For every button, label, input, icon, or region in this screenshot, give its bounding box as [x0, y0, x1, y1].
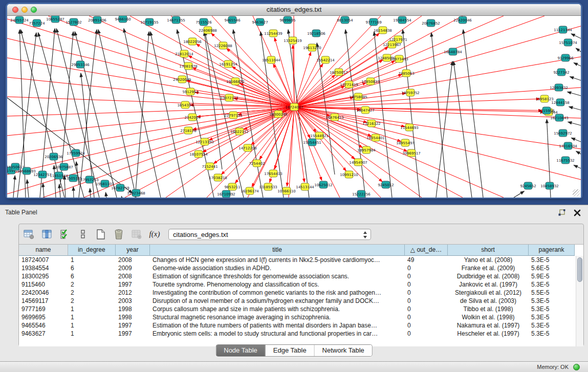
table-row[interactable]: 946554611997Estimation of the future num… — [19, 321, 583, 330]
graph-node[interactable]: 7515526 — [195, 18, 212, 26]
graph-node[interactable]: 9777169 — [365, 18, 381, 26]
network-window[interactable]: citations_edges.txt 22406988180220562181… — [7, 4, 581, 197]
graph-node[interactable]: 16648784 — [444, 48, 462, 55]
graph-node[interactable]: 17038218 — [209, 174, 227, 181]
graph-node[interactable]: 9853211 — [224, 183, 240, 190]
table-row[interactable]: 977716911998Corpus callosum shape and si… — [19, 305, 583, 313]
table-row[interactable]: 1938455462009Genome-wide association stu… — [19, 264, 583, 272]
graph-node[interactable]: 19613270 — [303, 44, 321, 51]
tab-network-table[interactable]: Network Table — [315, 345, 372, 356]
column-header-title[interactable]: title — [150, 245, 405, 256]
graph-node[interactable]: 10366110 — [277, 187, 296, 194]
graph-node[interactable]: 16196174 — [241, 187, 259, 194]
column-header-year[interactable]: year — [116, 245, 150, 256]
vertical-scrollbar[interactable] — [576, 256, 583, 346]
graph-node[interactable]: 7485063 — [398, 70, 414, 77]
graph-node[interactable]: 15222256 — [352, 190, 371, 198]
column-header-out_de[interactable]: △ out_de… — [405, 245, 448, 256]
graph-node[interactable]: 7254402 — [249, 160, 265, 167]
graph-node[interactable]: 7152441 — [202, 163, 217, 170]
graph-node[interactable]: 1527602 — [66, 18, 81, 26]
column-header-name[interactable]: name — [19, 245, 68, 256]
graph-node[interactable]: 18022056 — [183, 38, 202, 45]
graph-node[interactable]: 20206536 — [45, 153, 63, 160]
graph-node[interactable]: 9699695 — [279, 16, 295, 24]
graph-node[interactable]: 16154838 — [374, 27, 392, 34]
scrollbar-thumb[interactable] — [577, 257, 582, 282]
graph-node[interactable]: 12226088 — [214, 42, 232, 49]
graph-node[interactable]: 15751074 — [559, 39, 577, 46]
table-row[interactable]: 911546021997Tourette syndrome. Phenomeno… — [19, 280, 583, 289]
graph-node[interactable]: 29053346 — [71, 61, 90, 68]
import-table-icon[interactable] — [130, 228, 143, 240]
graph-node[interactable]: 24055724 — [10, 16, 29, 24]
select-columns-icon[interactable] — [41, 228, 53, 240]
graph-node[interactable]: 16191254 — [219, 60, 237, 68]
graph-node[interactable]: 9227342 — [553, 69, 569, 76]
graph-node[interactable]: 10625012 — [314, 181, 333, 188]
graph-node[interactable]: 10991210 — [340, 171, 358, 178]
graph-node[interactable]: 7357224 — [29, 19, 45, 27]
graph-node[interactable]: 9245012 — [378, 181, 394, 188]
graph-node[interactable]: 9466160 — [115, 16, 130, 23]
graph-node[interactable]: 22420046 — [453, 16, 472, 24]
graph-node[interactable]: 15544921 — [310, 132, 329, 139]
delete-icon[interactable] — [113, 228, 125, 240]
table-row[interactable]: 969969511998Structural magnetic resonanc… — [19, 313, 583, 321]
float-panel-icon[interactable] — [557, 208, 567, 217]
function-builder-icon[interactable]: f(x) — [148, 228, 161, 240]
new-file-icon[interactable] — [95, 228, 107, 240]
window-titlebar[interactable]: citations_edges.txt — [7, 4, 581, 16]
graph-node[interactable]: 12342757 — [33, 171, 52, 178]
graph-node[interactable]: 10458932 — [540, 182, 559, 189]
graph-node[interactable]: 12923468 — [127, 189, 145, 196]
network-svg[interactable]: 2240698818022056218120141708197824020045… — [7, 16, 581, 198]
graph-node[interactable]: 33072112 — [220, 94, 238, 101]
graph-node[interactable]: 17359924 — [67, 149, 85, 157]
close-panel-icon[interactable] — [573, 208, 582, 217]
graph-node[interactable]: 11675532 — [556, 157, 575, 164]
graph-node[interactable]: 13325419 — [284, 37, 302, 44]
graph-node[interactable]: 10655287 — [46, 16, 64, 23]
graph-node[interactable]: 12444158 — [551, 99, 570, 106]
row-selection-icon[interactable] — [59, 228, 71, 240]
graph-node[interactable]: 14513144 — [296, 183, 314, 190]
graph-node[interactable]: 11121344 — [554, 26, 572, 33]
graph-node[interactable]: 16710992 — [217, 190, 235, 198]
table-settings-icon[interactable] — [23, 228, 35, 240]
graph-node[interactable]: 21812014 — [175, 50, 193, 57]
graph-node[interactable]: 5912954 — [182, 88, 199, 95]
graph-node[interactable]: 18955497 — [396, 139, 415, 146]
graph-node[interactable]: 20876852 — [422, 19, 440, 27]
graph-node[interactable]: 15692972 — [554, 129, 572, 137]
graph-node[interactable]: 12093832 — [550, 84, 568, 91]
graph-node[interactable]: 9245652 — [520, 182, 536, 189]
tab-edge-table[interactable]: Edge Table — [266, 345, 315, 356]
graph-node[interactable]: 16047427 — [356, 106, 375, 114]
graph-node[interactable]: 14671355 — [167, 16, 185, 24]
graph-node[interactable]: 2342004 — [184, 114, 201, 121]
table-row[interactable]: 2242004622012Investigating the contribut… — [19, 289, 583, 297]
resize-grip[interactable] — [573, 189, 580, 196]
graph-node[interactable]: 8813054 — [337, 16, 353, 24]
graph-node[interactable]: 19384554 — [393, 16, 411, 24]
graph-node[interactable]: 13216122 — [362, 120, 381, 127]
table-selector-dropdown[interactable]: citations_edges.txt — [168, 229, 371, 240]
table-row[interactable]: 1456911722003Disruption of a novel membe… — [19, 297, 583, 305]
graph-node[interactable]: 10719155 — [140, 18, 159, 26]
column-header-pagerank[interactable]: pagerank — [529, 245, 575, 256]
tab-node-table[interactable]: Node Table — [216, 345, 266, 356]
graph-node[interactable]: 10975887 — [55, 163, 73, 170]
row-height-icon[interactable] — [77, 228, 89, 240]
graph-node[interactable]: 11254439 — [264, 30, 282, 37]
graph-node[interactable]: 19218506 — [307, 30, 325, 37]
table-row[interactable]: 1830029562008Estimation of significance … — [19, 272, 583, 280]
network-canvas[interactable]: 2240698818022056218120141708197824020045… — [7, 16, 581, 198]
graph-node[interactable]: 18758085 — [349, 93, 367, 100]
graph-node[interactable]: 18759752 — [401, 89, 420, 96]
table-row[interactable]: 1872400712008Changes of HCN gene express… — [19, 256, 583, 264]
graph-node[interactable]: 15354451 — [303, 139, 321, 146]
graph-node[interactable]: 9465546 — [224, 16, 241, 24]
graph-node[interactable]: 17016504 — [559, 142, 577, 149]
graph-node[interactable]: 14954907 — [349, 159, 367, 166]
